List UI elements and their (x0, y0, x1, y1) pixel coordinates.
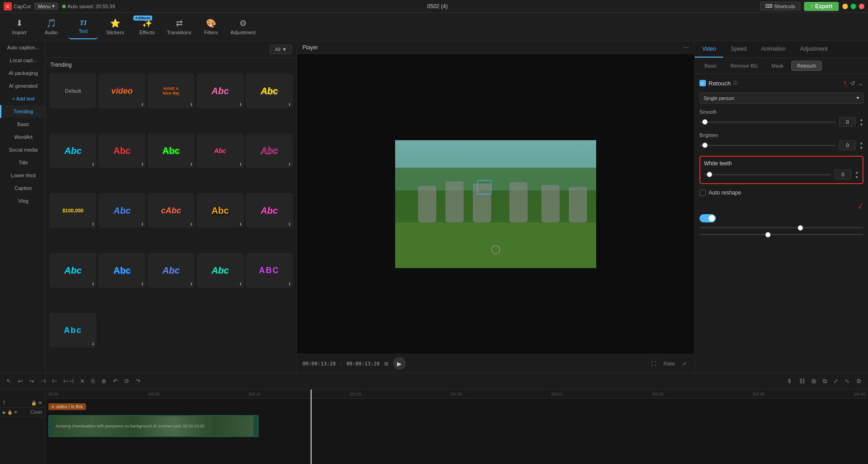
tl-paste-button[interactable]: ⊕ (100, 377, 108, 385)
video-clip[interactable]: Jumping cheerleaders with pompoms on bac… (48, 415, 259, 437)
subtab-remove-bg[interactable]: Remove BG (725, 61, 764, 71)
tl-merge-button[interactable]: ⊞ (810, 377, 818, 385)
text-card-2[interactable]: video ⬇ (98, 74, 145, 108)
brighten-slider-thumb[interactable] (702, 142, 708, 148)
tab-speed[interactable]: Speed (723, 41, 754, 58)
text-card-15[interactable]: Abc ⬇ (246, 193, 293, 228)
text-card-4[interactable]: Abc ⬇ (196, 74, 243, 108)
person-dropdown[interactable]: Single person ▾ (699, 92, 863, 104)
minimize-button[interactable] (842, 4, 848, 9)
grid-view-button[interactable]: ⊞ (384, 361, 388, 367)
menu-button[interactable]: Menu ▾ (34, 2, 58, 10)
retouch-checkbox[interactable]: ✓ (699, 80, 706, 86)
lock-icon-2[interactable]: 🔒 (7, 410, 12, 415)
smooth-slider-thumb[interactable] (702, 119, 708, 125)
smooth-slider-track[interactable] (699, 121, 836, 123)
tool-effects[interactable]: ✨ Effects 4 Effects (132, 15, 162, 39)
tl-redo-button[interactable]: ↪ (27, 377, 36, 385)
extra-slider-2-track[interactable] (699, 234, 863, 235)
close-button[interactable] (859, 4, 864, 9)
sidebar-item-trending[interactable]: Trending (0, 105, 45, 118)
auto-reshape-checkbox[interactable] (699, 190, 706, 196)
tool-transitions[interactable]: ⇄ Transitions (164, 15, 194, 39)
tl-delete-button[interactable]: ✕ (78, 377, 87, 385)
tab-video[interactable]: Video (695, 41, 723, 58)
tab-animation[interactable]: Animation (754, 41, 793, 58)
text-card-10[interactable]: Abc ⬇ (246, 133, 293, 168)
player-menu-button[interactable]: ⋯ (683, 44, 689, 51)
tl-split2-button[interactable]: ⊢ (50, 377, 59, 385)
tl-link-button[interactable]: ⛓ (797, 377, 807, 385)
tl-more-button[interactable]: ↷ (134, 377, 143, 385)
eye-icon-2[interactable]: 👁 (14, 410, 18, 415)
fullscreen-button[interactable]: ⛶ (649, 360, 658, 367)
shortcuts-button[interactable]: ⌨ Shortcuts (760, 2, 800, 11)
text-card-3[interactable]: HAVE A Nice day ⬇ (148, 74, 195, 108)
subtab-basic[interactable]: Basic (699, 61, 723, 71)
eye-icon[interactable]: 👁 (38, 401, 42, 406)
sidebar-item-wordart[interactable]: WordArt (0, 131, 45, 143)
text-card-9[interactable]: Abc ⬇ (196, 133, 243, 168)
extra-slider-2-thumb[interactable] (765, 232, 771, 237)
tl-flip-button[interactable]: ⟳ (122, 377, 131, 385)
white-teeth-stepper[interactable]: ▲ ▼ (855, 170, 859, 179)
text-card-11[interactable]: $100,000 ⬇ (49, 193, 96, 228)
sidebar-item-ai-packaging[interactable]: AI packaging (0, 67, 45, 79)
sidebar-item-basic[interactable]: Basic (0, 118, 45, 131)
text-card-6[interactable]: Abc ⬇ (49, 133, 96, 168)
playhead[interactable] (311, 390, 312, 464)
text-card-16[interactable]: Abc ⬇ (49, 253, 96, 288)
text-card-21[interactable]: Abc ⬇ (49, 313, 96, 348)
subtab-retouch[interactable]: Retouch (791, 61, 822, 71)
tl-zoom-button[interactable]: ⤡ (843, 377, 852, 385)
tl-undo-button[interactable]: ↩ (16, 377, 25, 385)
ratio-button[interactable]: Ratio (661, 360, 677, 367)
sidebar-item-vlog[interactable]: Vlog (0, 195, 45, 207)
all-filter-button[interactable]: All ▼ (270, 45, 292, 54)
smooth-stepper[interactable]: ▲ ▼ (859, 117, 863, 127)
tool-audio[interactable]: 🎵 Audio (37, 15, 66, 39)
tl-split-button[interactable]: ⊣ (39, 377, 48, 385)
white-teeth-slider-thumb[interactable] (707, 172, 712, 177)
play-button[interactable]: ▶ (393, 357, 406, 370)
maximize-button[interactable] (851, 4, 856, 9)
text-card-14[interactable]: Abc ⬇ (196, 193, 243, 228)
tab-adjustment[interactable]: Adjustment (793, 41, 835, 58)
feature-toggle[interactable] (699, 214, 716, 222)
text-card-19[interactable]: Abc ⬇ (196, 253, 243, 288)
export-button[interactable]: ↑ Export (804, 2, 839, 11)
tool-import[interactable]: ⬇ Import (5, 15, 34, 39)
brighten-slider-track[interactable] (699, 145, 836, 146)
text-card-7[interactable]: Abc ⬇ (98, 133, 145, 168)
tool-filters[interactable]: 🎨 Filters (196, 15, 226, 39)
text-card-default[interactable]: Default (49, 74, 96, 108)
white-teeth-slider-track[interactable] (704, 174, 831, 175)
text-card-20[interactable]: ABC ⬇ (246, 253, 293, 288)
extra-slider-1-thumb[interactable] (798, 225, 803, 231)
tool-text[interactable]: TI Text (69, 15, 98, 39)
sidebar-item-ai-generated[interactable]: AI generated (0, 79, 45, 92)
tool-adjustment[interactable]: ⚙ Adjustment (228, 15, 258, 39)
tl-cursor-button[interactable]: ↖ (5, 377, 13, 385)
sidebar-item-lower-third[interactable]: Lower third (0, 169, 45, 182)
text-card-17[interactable]: Abc ⬇ (98, 253, 145, 288)
sidebar-item-local-capt[interactable]: Local capt... (0, 54, 45, 67)
tl-copy-button[interactable]: ⎘ (90, 377, 97, 385)
tl-split3-button[interactable]: ⧉ (821, 377, 829, 386)
sidebar-item-social-media[interactable]: Social media (0, 143, 45, 156)
lock-icon[interactable]: 🔒 (31, 401, 37, 406)
tl-expand-button[interactable]: ⤢ (831, 377, 840, 385)
retouch-expand-button[interactable]: ⌄ (858, 79, 863, 87)
sidebar-item-caption[interactable]: Caption (0, 182, 45, 195)
expand-button[interactable]: ⤢ (680, 360, 689, 368)
sidebar-item-auto-caption[interactable]: Auto caption... (0, 41, 45, 54)
text-card-12[interactable]: Abc ⬇ (98, 193, 145, 228)
tl-settings-button[interactable]: ⚙ (854, 377, 863, 385)
tl-rotate-button[interactable]: ↶ (111, 377, 120, 385)
text-card-18[interactable]: Abc ⬇ (148, 253, 195, 288)
sidebar-item-add-text[interactable]: + Add text (0, 92, 45, 105)
tl-trim-button[interactable]: ⊢⊣ (62, 377, 75, 385)
subtab-mask[interactable]: Mask (766, 61, 789, 71)
tool-stickers[interactable]: ⭐ Stickers (101, 15, 130, 39)
brighten-stepper[interactable]: ▲ ▼ (859, 141, 863, 150)
